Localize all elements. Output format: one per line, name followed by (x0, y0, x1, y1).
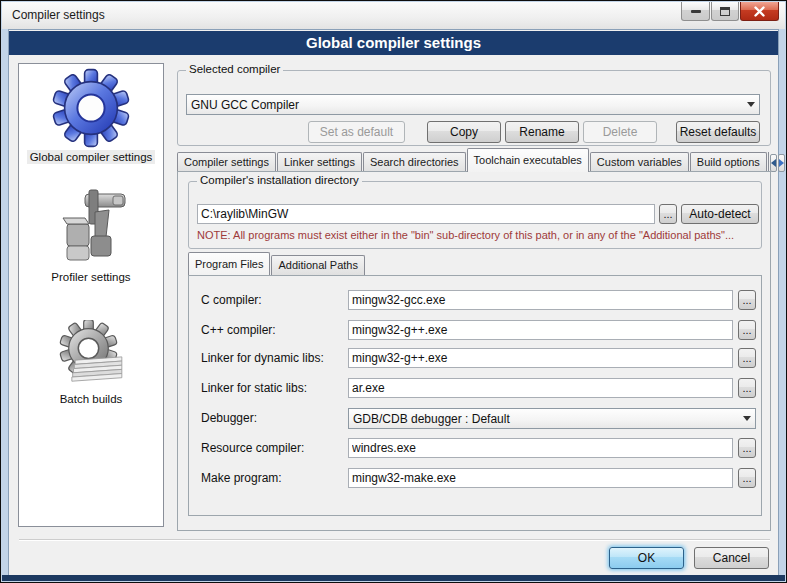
linker-dynamic-browse-button[interactable]: ... (738, 348, 756, 368)
c-compiler-input[interactable] (348, 290, 733, 310)
selected-compiler-group-label: Selected compiler (186, 63, 283, 75)
cpp-compiler-browse-button[interactable]: ... (738, 320, 756, 340)
tab-compiler-settings[interactable]: Compiler settings (177, 152, 276, 172)
field-label: C compiler: (201, 293, 262, 307)
selected-compiler-dropdown[interactable]: GNU GCC Compiler (186, 94, 760, 115)
subtab-program-files[interactable]: Program Files (188, 252, 270, 275)
close-icon (754, 6, 765, 17)
rename-button[interactable]: Rename (505, 121, 579, 143)
cancel-button[interactable]: Cancel (694, 547, 769, 569)
auto-detect-button[interactable]: Auto-detect (681, 204, 759, 224)
tab-search-directories[interactable]: Search directories (363, 152, 466, 172)
linker-static-browse-button[interactable]: ... (738, 378, 756, 398)
window-frame-bottom (2, 575, 785, 581)
field-label: C++ compiler: (201, 323, 276, 337)
reset-defaults-button[interactable]: Reset defaults (676, 121, 760, 143)
install-directory-group: Compiler's installation directory ... Au… (188, 181, 762, 249)
install-directory-browse-button[interactable]: ... (659, 204, 677, 224)
resource-compiler-browse-button[interactable]: ... (738, 438, 756, 458)
selected-compiler-value: GNU GCC Compiler (187, 98, 742, 112)
sidebar-item-global-compiler-settings[interactable]: Global compiler settings (27, 68, 156, 164)
dialog-client-area: Global compiler settings (8, 29, 779, 576)
sidebar-item-profiler-settings[interactable]: Profiler settings (48, 188, 133, 284)
caliper-icon (51, 188, 131, 268)
field-row-c-compiler: C compiler: ... (189, 290, 761, 311)
titlebar[interactable]: Compiler settings (2, 2, 785, 29)
chevron-right-icon (779, 159, 784, 167)
field-row-make-program: Make program: ... (189, 468, 761, 489)
field-label: Linker for dynamic libs: (201, 351, 324, 365)
chevron-down-icon (743, 416, 751, 421)
tab-linker-settings[interactable]: Linker settings (277, 152, 362, 172)
field-row-debugger: Debugger: GDB/CDB debugger : Default (189, 408, 761, 429)
make-program-input[interactable] (348, 468, 733, 488)
minimize-button[interactable] (681, 2, 710, 21)
sidebar-item-batch-builds[interactable]: Batch builds (51, 320, 131, 406)
subtab-additional-paths[interactable]: Additional Paths (271, 255, 365, 275)
install-directory-input[interactable] (197, 204, 655, 224)
tab-toolchain-executables[interactable]: Toolchain executables (467, 148, 589, 172)
debugger-value: GDB/CDB debugger : Default (349, 412, 738, 426)
maximize-button[interactable] (711, 2, 739, 21)
chevron-down-icon (747, 102, 755, 107)
copy-button[interactable]: Copy (427, 121, 501, 143)
tab-build-options[interactable]: Build options (690, 152, 767, 172)
ok-button[interactable]: OK (609, 547, 684, 569)
window-title: Compiler settings (12, 8, 105, 22)
install-directory-note: NOTE: All programs must exist either in … (197, 229, 734, 241)
toolchain-executables-panel: Compiler's installation directory ... Au… (177, 171, 771, 531)
set-as-default-button[interactable]: Set as default (308, 121, 405, 143)
field-label: Debugger: (201, 411, 257, 425)
footer-divider (19, 539, 770, 541)
tab-scroll-left-button[interactable] (770, 154, 777, 172)
field-label: Resource compiler: (201, 441, 304, 455)
settings-tab-bar: Compiler settings Linker settings Search… (177, 150, 771, 172)
debugger-dropdown[interactable]: GDB/CDB debugger : Default (348, 408, 756, 429)
linker-static-input[interactable] (348, 378, 733, 398)
delete-button[interactable]: Delete (583, 121, 657, 143)
page-title: Global compiler settings (9, 31, 778, 55)
install-directory-group-label: Compiler's installation directory (197, 174, 362, 186)
field-row-cpp-compiler: C++ compiler: ... (189, 320, 761, 341)
sidebar-item-label: Batch builds (57, 392, 126, 406)
field-row-linker-dynamic: Linker for dynamic libs: ... (189, 348, 761, 369)
cpp-compiler-input[interactable] (348, 320, 733, 340)
blue-gear-icon (51, 68, 131, 148)
minimize-icon (691, 10, 701, 13)
settings-category-list: Global compiler settings (18, 63, 164, 527)
tab-custom-variables[interactable]: Custom variables (590, 152, 689, 172)
close-button[interactable] (740, 2, 779, 21)
sidebar-item-label: Global compiler settings (27, 150, 156, 164)
gray-gear-stack-icon (51, 320, 131, 390)
compiler-settings-window: Compiler settings Global compiler settin… (0, 0, 787, 583)
make-program-browse-button[interactable]: ... (738, 468, 756, 488)
chevron-left-icon (771, 159, 776, 167)
resource-compiler-input[interactable] (348, 438, 733, 458)
c-compiler-browse-button[interactable]: ... (738, 290, 756, 310)
field-label: Linker for static libs: (201, 381, 307, 395)
field-label: Make program: (201, 471, 282, 485)
linker-dynamic-input[interactable] (348, 348, 733, 368)
field-row-linker-static: Linker for static libs: ... (189, 378, 761, 399)
maximize-icon (720, 7, 730, 16)
selected-compiler-group: Selected compiler GNU GCC Compiler Set a… (177, 70, 771, 146)
sidebar-item-label: Profiler settings (48, 270, 133, 284)
program-files-panel: C compiler: ... C++ compiler: ... Linker… (188, 275, 762, 516)
field-row-resource-compiler: Resource compiler: ... (189, 438, 761, 459)
tab-scroll-right-button[interactable] (778, 154, 785, 172)
programs-subtab-bar: Program Files Additional Paths (188, 254, 366, 275)
tab-overflow-sliver (768, 152, 769, 172)
